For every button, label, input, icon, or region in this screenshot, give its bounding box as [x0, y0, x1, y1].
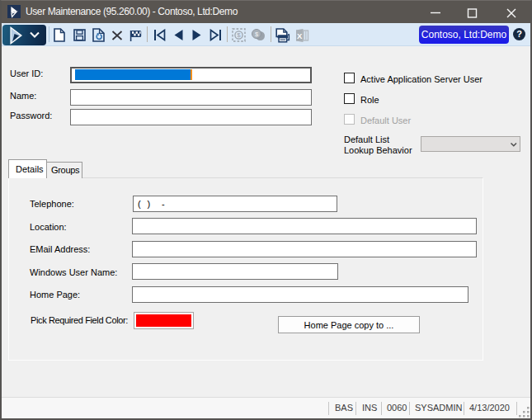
svg-text:$: $ [237, 31, 241, 39]
svg-text:X: X [297, 31, 303, 40]
